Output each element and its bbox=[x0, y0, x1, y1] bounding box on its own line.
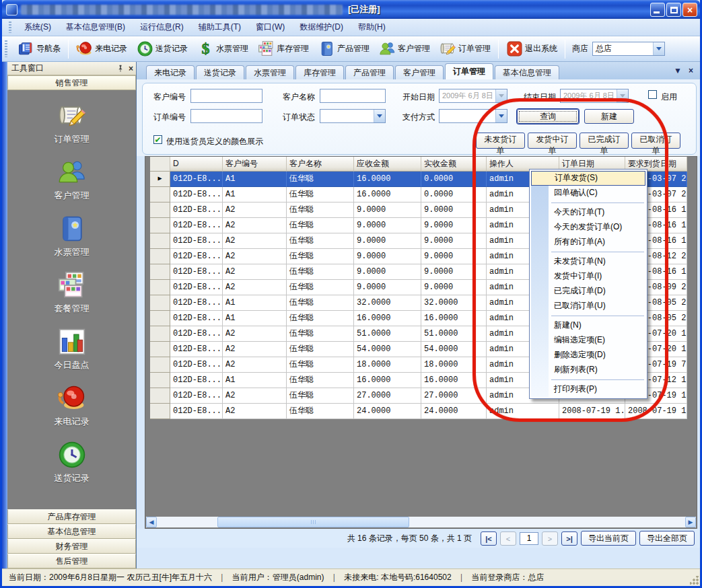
context-menu-item[interactable]: 所有的订单(A) bbox=[531, 235, 645, 250]
enable-checkbox[interactable] bbox=[648, 90, 657, 99]
chevron-down-icon[interactable] bbox=[374, 110, 385, 122]
menubar-item[interactable]: 数据维护(D) bbox=[292, 19, 351, 36]
resize-grip[interactable] bbox=[690, 576, 699, 585]
minimize-icon[interactable] bbox=[650, 3, 665, 17]
row-selector-cell[interactable] bbox=[150, 280, 170, 295]
tab-item[interactable]: 产品管理 bbox=[345, 65, 394, 79]
toolbar-button[interactable]: $水票管理 bbox=[192, 39, 253, 59]
column-header[interactable]: 客户编号 bbox=[223, 157, 287, 172]
row-selector-cell[interactable] bbox=[150, 233, 170, 249]
context-menu-item[interactable]: 未发货订单(N) bbox=[531, 254, 645, 269]
order-status-dropdown[interactable] bbox=[320, 109, 386, 123]
row-selector-cell[interactable] bbox=[150, 264, 170, 280]
context-menu-item[interactable]: 刷新列表(R) bbox=[531, 363, 645, 377]
start-date-picker[interactable]: 2009年 6月 8日 bbox=[439, 89, 507, 103]
context-menu-item[interactable]: 删除选定项(D) bbox=[531, 348, 645, 363]
sidebar-item[interactable]: 今日盘点 bbox=[55, 327, 90, 371]
tab-item[interactable]: 库存管理 bbox=[295, 65, 344, 79]
context-menu-item[interactable]: 今天的订单(T) bbox=[531, 205, 645, 220]
toolbar-button[interactable]: 客户管理 bbox=[374, 39, 435, 59]
menubar-item[interactable]: 帮助(H) bbox=[351, 19, 393, 36]
query-button[interactable]: 查询 bbox=[517, 109, 579, 124]
order-filter-button[interactable]: 未发货订单 bbox=[476, 133, 525, 149]
scrollbar-track[interactable] bbox=[157, 517, 685, 527]
row-selector-cell[interactable] bbox=[150, 373, 170, 388]
context-menu-item[interactable]: 发货中订单(I) bbox=[531, 269, 645, 284]
tab-item[interactable]: 送货记录 bbox=[196, 65, 244, 79]
order-filter-button[interactable]: 发货中订单 bbox=[528, 133, 577, 149]
row-selector-cell[interactable] bbox=[150, 203, 170, 218]
toolbar-button[interactable]: 导航条 bbox=[13, 39, 65, 59]
context-menu-item[interactable]: 今天的发货订单(O) bbox=[531, 220, 645, 235]
scroll-right-icon[interactable]: ▶ bbox=[685, 517, 696, 527]
context-menu-item[interactable]: 订单发货(S) bbox=[531, 171, 645, 186]
row-selector-cell[interactable] bbox=[150, 249, 170, 264]
toolbar-button[interactable]: 库存管理 bbox=[253, 39, 314, 59]
column-header[interactable]: 客户名称 bbox=[287, 157, 354, 172]
sidebar-group-bar[interactable]: 售后管理 bbox=[7, 554, 136, 568]
end-date-picker[interactable]: 2009年 6月 8日 bbox=[560, 89, 629, 103]
context-menu-item[interactable]: 打印列表(P) bbox=[531, 382, 645, 397]
context-menu-item[interactable]: 新建(N) bbox=[531, 318, 645, 333]
chevron-down-icon[interactable]: ▼ bbox=[674, 66, 682, 75]
row-selector-cell[interactable] bbox=[150, 311, 170, 326]
first-page-button[interactable]: |< bbox=[481, 531, 497, 546]
toolbar-button[interactable]: 订单管理 bbox=[435, 39, 495, 59]
menubar-item[interactable]: 窗口(W) bbox=[248, 19, 292, 36]
row-selector-cell[interactable] bbox=[150, 388, 170, 404]
toolbar-button[interactable]: 退出系统 bbox=[501, 39, 562, 59]
row-selector-cell[interactable] bbox=[150, 357, 170, 373]
sidebar-group-bar[interactable]: 财务管理 bbox=[7, 539, 136, 554]
scrollbar-thumb[interactable] bbox=[217, 517, 409, 527]
maximize-icon[interactable] bbox=[666, 3, 681, 17]
export-current-page-button[interactable]: 导出当前页 bbox=[581, 531, 636, 546]
order-no-input[interactable] bbox=[190, 109, 262, 123]
context-menu-item[interactable]: 编辑选定项(E) bbox=[531, 333, 645, 348]
page-number-input[interactable] bbox=[520, 532, 538, 545]
last-page-button[interactable]: >| bbox=[561, 531, 577, 546]
row-selector-cell[interactable] bbox=[150, 295, 170, 311]
scroll-left-icon[interactable]: ◀ bbox=[146, 517, 157, 527]
sidebar-item[interactable]: 送货记录 bbox=[55, 440, 90, 484]
pay-method-dropdown[interactable] bbox=[439, 109, 507, 123]
menubar-item[interactable]: 辅助工具(T) bbox=[191, 19, 248, 36]
toolbar-button[interactable]: 产品管理 bbox=[314, 39, 374, 59]
tab-item[interactable]: 来电记录 bbox=[146, 65, 195, 79]
row-selector-cell[interactable] bbox=[150, 187, 170, 203]
row-selector-cell[interactable] bbox=[150, 218, 170, 233]
pin-icon[interactable] bbox=[116, 65, 125, 73]
column-header[interactable]: 应收金额 bbox=[354, 157, 421, 172]
row-selector-cell[interactable] bbox=[150, 326, 170, 342]
tab-active[interactable]: 订单管理 bbox=[445, 63, 493, 79]
menubar-item[interactable]: 系统(S) bbox=[17, 19, 59, 36]
color-checkbox[interactable]: ✔ bbox=[153, 135, 162, 144]
sidebar-item[interactable]: 客户管理 bbox=[55, 157, 90, 202]
chevron-down-icon[interactable] bbox=[495, 110, 507, 122]
chevron-down-icon[interactable] bbox=[653, 42, 664, 55]
sidebar-group-bar[interactable]: 产品库存管理 bbox=[7, 509, 136, 524]
sidebar-group-bar[interactable]: 基本信息管理 bbox=[7, 524, 136, 539]
table-row[interactable]: 012D-E8...A2伍华聪24.000024.0000admin2008-0… bbox=[150, 404, 687, 419]
prev-page-button[interactable]: < bbox=[500, 531, 516, 546]
close-icon[interactable]: × bbox=[682, 3, 697, 17]
export-all-pages-button[interactable]: 导出全部页 bbox=[639, 531, 695, 546]
tab-item[interactable]: 基本信息管理 bbox=[495, 65, 559, 79]
column-header[interactable]: D bbox=[170, 157, 223, 172]
customer-name-input[interactable] bbox=[320, 89, 386, 103]
shop-dropdown[interactable]: 总店 bbox=[592, 42, 665, 56]
toolbar-button[interactable]: 送货记录 bbox=[132, 39, 192, 59]
row-selector-cell[interactable] bbox=[150, 342, 170, 357]
column-header[interactable]: 实收金额 bbox=[421, 157, 487, 172]
order-filter-button[interactable]: 已取消订单 bbox=[631, 133, 680, 149]
close-icon[interactable]: × bbox=[129, 64, 133, 73]
new-button[interactable]: 新建 bbox=[584, 109, 634, 124]
sidebar-item[interactable]: 来电记录 bbox=[55, 383, 90, 428]
menubar-item[interactable]: 运行信息(R) bbox=[133, 19, 191, 36]
menubar-item[interactable]: 基本信息管理(B) bbox=[59, 19, 133, 36]
sales-group-header[interactable]: 销售管理 bbox=[7, 75, 136, 90]
customer-no-input[interactable] bbox=[190, 89, 262, 103]
sidebar-item[interactable]: 水票管理 bbox=[55, 214, 90, 258]
tab-item[interactable]: 客户管理 bbox=[395, 65, 444, 79]
tab-item[interactable]: 水票管理 bbox=[246, 65, 294, 79]
context-menu-item[interactable]: 已完成订单(D) bbox=[531, 284, 645, 299]
